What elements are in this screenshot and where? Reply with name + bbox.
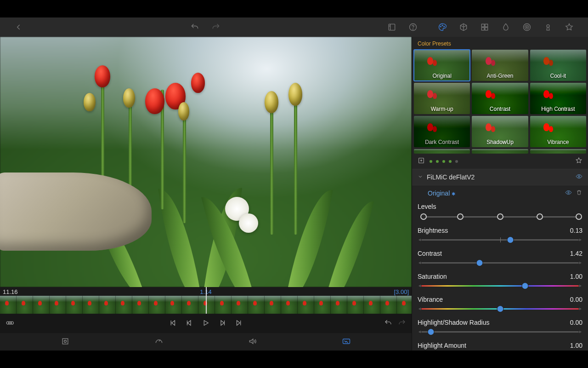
preset-label: High Contrast <box>541 106 575 114</box>
filmstrip-frame[interactable] <box>66 296 83 314</box>
filmstrip-frame[interactable] <box>397 296 412 314</box>
spiral-tab-icon[interactable] <box>521 21 533 33</box>
filmstrip-frame[interactable] <box>33 296 50 314</box>
svg-point-5 <box>444 26 445 27</box>
preset-warm-up[interactable]: Warm-up <box>414 83 470 114</box>
filmstrip-frame[interactable] <box>347 296 364 314</box>
levels-knob[interactable] <box>497 213 503 220</box>
filmstrip-frame[interactable] <box>364 296 380 314</box>
preset-peek[interactable] <box>472 149 528 154</box>
filmstrip-frame[interactable] <box>132 296 149 314</box>
preset-cool-it[interactable]: Cool-it <box>530 50 586 81</box>
current-preset-section[interactable]: Original ✱ <box>412 185 588 201</box>
back-button[interactable] <box>13 21 25 33</box>
star-tab-icon[interactable] <box>563 21 575 33</box>
skip-start-button[interactable] <box>169 319 177 328</box>
filmstrip-frame[interactable] <box>50 296 66 314</box>
preset-vibrance[interactable]: Vibrance <box>530 116 586 147</box>
loop-mode-icon[interactable] <box>6 319 14 328</box>
presets-header: Color Presets <box>412 37 588 50</box>
crop-tab-icon[interactable] <box>61 337 70 347</box>
audio-tab-icon[interactable] <box>248 337 257 347</box>
timeline[interactable]: 11.16 1.14 [3.00] <box>0 287 412 314</box>
step-back-button[interactable] <box>185 319 193 328</box>
page-dot[interactable] <box>430 160 432 163</box>
levels-knob[interactable] <box>457 213 464 220</box>
preset-peek[interactable] <box>414 149 470 154</box>
filmstrip-frame[interactable] <box>198 296 215 314</box>
preset-label: Warm-up <box>431 106 453 114</box>
preset-dark-contrast[interactable]: Dark Contrast <box>414 116 470 147</box>
filmstrip-frame[interactable] <box>232 296 248 314</box>
speed-tab-icon[interactable] <box>154 337 164 347</box>
undo-transport-button[interactable] <box>384 319 392 328</box>
keyhole-tab-icon[interactable] <box>542 21 554 33</box>
saturation-slider[interactable]: ◄ ► <box>421 282 579 290</box>
page-dot[interactable] <box>455 160 458 163</box>
preset-peek[interactable] <box>530 149 586 154</box>
param-label: Saturation <box>418 273 447 280</box>
levels-knob[interactable] <box>576 213 582 220</box>
drop-tab-icon[interactable] <box>500 21 512 33</box>
filmstrip-frame[interactable] <box>248 296 265 314</box>
levels-slider[interactable] <box>420 213 580 221</box>
svg-rect-7 <box>485 24 488 27</box>
redo-transport-button[interactable] <box>398 319 406 328</box>
page-dot[interactable] <box>436 160 439 163</box>
filmstrip-frame[interactable] <box>265 296 281 314</box>
levels-knob[interactable] <box>537 213 543 220</box>
filmstrip-frame[interactable] <box>17 296 33 314</box>
filmstrip-frame[interactable] <box>165 296 182 314</box>
lut-section[interactable]: FiLMiC deFlatV2 <box>412 169 588 185</box>
page-dot[interactable] <box>449 160 452 163</box>
filmstrip-frame[interactable] <box>331 296 347 314</box>
filmstrip-frame[interactable] <box>99 296 116 314</box>
undo-button[interactable] <box>189 21 201 33</box>
filmstrip-frame[interactable] <box>215 296 232 314</box>
help-icon[interactable] <box>407 21 419 33</box>
import-preset-button[interactable] <box>418 157 425 166</box>
cube-tab-icon[interactable] <box>458 21 469 33</box>
filmstrip-frame[interactable] <box>314 296 331 314</box>
stem-shape <box>270 106 273 235</box>
favorite-preset-button[interactable] <box>575 157 582 166</box>
preset-original[interactable]: Original <box>414 50 470 81</box>
preset-shadowup[interactable]: ShadowUp <box>472 116 528 147</box>
delete-preset-icon[interactable] <box>576 189 582 197</box>
filmstrip[interactable] <box>0 296 412 314</box>
brightness-slider[interactable]: ◄ ► <box>421 236 579 244</box>
preset-contrast[interactable]: Contrast <box>472 83 528 114</box>
play-button[interactable] <box>202 319 210 328</box>
playhead[interactable] <box>206 296 207 314</box>
preset-high-contrast[interactable]: High Contrast <box>530 83 586 114</box>
visibility-toggle-icon[interactable] <box>576 173 582 181</box>
levels-knob[interactable] <box>420 213 427 220</box>
filmstrip-frame[interactable] <box>83 296 99 314</box>
color-bottom-tab-icon[interactable] <box>342 337 351 347</box>
hsradius-slider[interactable]: ◄ ► <box>421 328 579 336</box>
filmstrip-frame[interactable] <box>149 296 165 314</box>
video-preview[interactable] <box>0 37 412 287</box>
svg-point-12 <box>526 27 528 28</box>
filmstrip-frame[interactable] <box>281 296 298 314</box>
preset-anti-green[interactable]: Anti-Green <box>472 50 528 81</box>
visibility-toggle-icon[interactable] <box>565 189 572 197</box>
filmstrip-frame[interactable] <box>380 296 397 314</box>
preset-page-dots[interactable] <box>430 160 458 163</box>
svg-point-16 <box>11 322 13 324</box>
filmstrip-frame[interactable] <box>298 296 314 314</box>
step-forward-button[interactable] <box>218 319 226 328</box>
skip-end-button[interactable] <box>235 319 243 328</box>
filmstrip-frame[interactable] <box>0 296 17 314</box>
filmstrip-frame[interactable] <box>116 296 132 314</box>
contrast-slider[interactable]: ◄ ► <box>421 259 579 267</box>
vibrance-slider[interactable]: ◄ ► <box>421 305 579 313</box>
stem-shape <box>183 117 186 223</box>
redo-button[interactable] <box>210 21 222 33</box>
library-icon[interactable] <box>386 21 398 33</box>
transport-bar <box>0 314 412 333</box>
grid-tab-icon[interactable] <box>479 21 491 33</box>
page-dot[interactable] <box>442 160 445 163</box>
color-tab-icon[interactable] <box>436 21 448 33</box>
filmstrip-frame[interactable] <box>182 296 198 314</box>
